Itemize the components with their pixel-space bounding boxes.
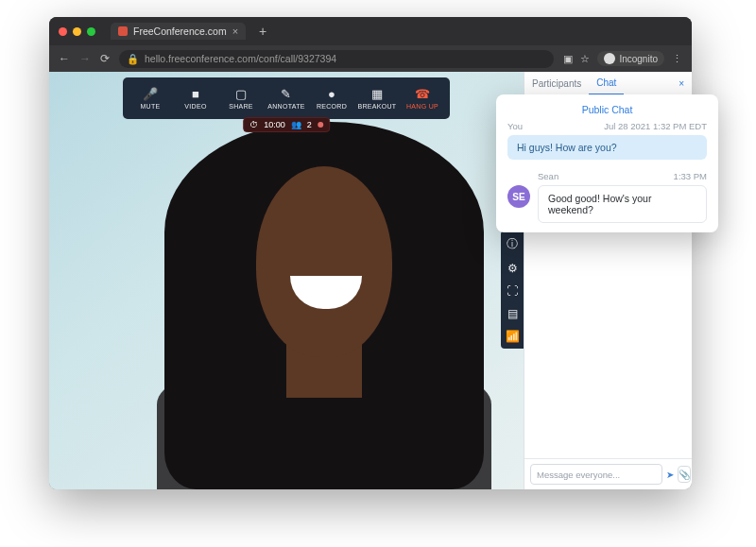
- tab-close-icon[interactable]: ×: [232, 26, 238, 37]
- hangup-button[interactable]: ☎HANG UP: [401, 81, 444, 115]
- camera-icon: ■: [192, 88, 199, 100]
- nav-back-icon[interactable]: ←: [59, 52, 70, 65]
- grid-icon: ▦: [371, 88, 383, 100]
- call-toolbar: 🎤MUTE ■VIDEO ▢SHARE ✎ANNOTATE ●RECORD ▦B…: [123, 77, 450, 119]
- info-icon[interactable]: ⓘ: [505, 236, 520, 252]
- url-field[interactable]: 🔒 hello.freeconference.com/conf/call/932…: [119, 50, 554, 68]
- lock-icon: 🔒: [127, 53, 139, 65]
- microphone-icon: 🎤: [143, 88, 158, 100]
- call-status-pill: ⏱ 10:00 👥 2: [243, 117, 330, 132]
- window-minimize-button[interactable]: [73, 27, 81, 36]
- record-button[interactable]: ●RECORD: [310, 81, 353, 115]
- phone-hangup-icon: ☎: [415, 88, 430, 100]
- nav-reload-icon[interactable]: ⟳: [100, 52, 110, 65]
- chat-input[interactable]: [530, 464, 662, 485]
- bookmark-star-icon[interactable]: ☆: [580, 53, 590, 65]
- message-bubble-other: Good good! How's your weekend?: [538, 185, 707, 223]
- record-icon: ●: [328, 88, 335, 100]
- browser-window: FreeConference.com × + ← → ⟳ 🔒 hello.fre…: [49, 17, 692, 489]
- annotate-button[interactable]: ✎ANNOTATE: [265, 81, 308, 115]
- tab-title: FreeConference.com: [133, 26, 227, 37]
- new-tab-button[interactable]: +: [259, 24, 266, 39]
- recording-indicator-icon: [318, 122, 323, 128]
- wifi-icon[interactable]: 📶: [505, 330, 520, 343]
- breakout-button[interactable]: ▦BREAKOUT: [355, 81, 399, 115]
- url-text: hello.freeconference.com/conf/call/93273…: [145, 53, 336, 64]
- profile-incognito-badge[interactable]: Incognito: [597, 51, 664, 66]
- message-bubble-you: Hi guys! How are you?: [507, 135, 707, 160]
- sender-other-label: Sean: [538, 171, 558, 181]
- share-button[interactable]: ▢SHARE: [219, 81, 263, 115]
- attach-button[interactable]: 📎: [678, 466, 691, 483]
- window-close-button[interactable]: [59, 27, 67, 36]
- chat-section-title: Public Chat: [507, 104, 707, 115]
- tab-favicon: [118, 26, 128, 36]
- profile-label: Incognito: [619, 54, 658, 64]
- message-time-you: Jul 28 2021 1:32 PM EDT: [604, 121, 707, 131]
- chat-tabs: Participants Chat ×: [524, 72, 692, 96]
- share-screen-icon: ▢: [235, 88, 247, 100]
- clock-icon: ⏱: [249, 120, 258, 129]
- window-titlebar: FreeConference.com × +: [49, 17, 692, 45]
- message-time-other: 1:33 PM: [674, 171, 707, 181]
- video-button[interactable]: ■VIDEO: [174, 81, 217, 115]
- tab-chat[interactable]: Chat: [589, 72, 624, 95]
- address-bar: ← → ⟳ 🔒 hello.freeconference.com/conf/ca…: [49, 45, 692, 72]
- gear-icon[interactable]: ⚙: [505, 262, 520, 275]
- browser-menu-icon[interactable]: ⋮: [672, 53, 682, 65]
- side-icon-rail: ⓘ ⚙ ⛶ ▤ 📶: [501, 231, 524, 349]
- call-timer: 10:00: [264, 120, 285, 129]
- chromecast-icon[interactable]: ▣: [563, 53, 573, 65]
- nav-forward-icon[interactable]: →: [79, 52, 91, 65]
- people-icon: 👥: [291, 120, 301, 129]
- window-maximize-button[interactable]: [87, 27, 95, 36]
- participant-count: 2: [307, 120, 312, 129]
- panel-close-icon[interactable]: ×: [671, 75, 692, 93]
- browser-tab[interactable]: FreeConference.com ×: [111, 23, 246, 40]
- chat-popover: Public Chat You Jul 28 2021 1:32 PM EDT …: [496, 94, 718, 232]
- sender-you-label: You: [507, 121, 523, 131]
- video-stage: 🎤MUTE ■VIDEO ▢SHARE ✎ANNOTATE ●RECORD ▦B…: [49, 72, 524, 489]
- send-button[interactable]: ➤: [666, 466, 674, 483]
- tab-participants[interactable]: Participants: [524, 73, 589, 94]
- pencil-icon: ✎: [281, 88, 291, 100]
- avatar: SE: [507, 185, 530, 208]
- fullscreen-icon[interactable]: ⛶: [505, 284, 520, 298]
- layout-icon[interactable]: ▤: [505, 307, 520, 320]
- mute-button[interactable]: 🎤MUTE: [129, 81, 172, 115]
- chat-compose: ➤ 📎 ⋯: [524, 458, 692, 489]
- incognito-avatar-icon: [604, 53, 615, 64]
- participant-video: [134, 122, 514, 489]
